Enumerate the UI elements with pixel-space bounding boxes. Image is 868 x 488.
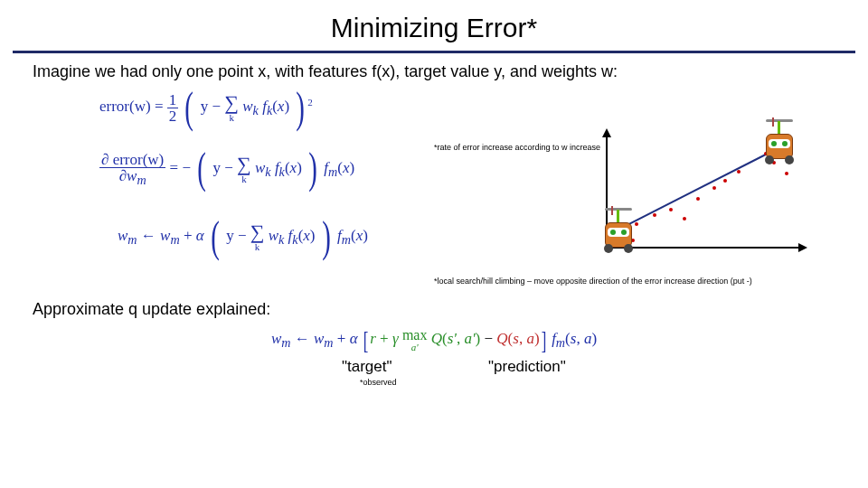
sum-sub-2: k bbox=[241, 174, 247, 184]
label-observed: *observed bbox=[360, 378, 397, 387]
q-Qsa: Q(s, a) bbox=[496, 330, 539, 347]
eq-y-1: y bbox=[201, 98, 209, 115]
data-point bbox=[653, 213, 656, 217]
q-max-sub: a' bbox=[411, 343, 419, 352]
robot-icon bbox=[760, 117, 799, 163]
eq-error: error(w) = 1 2 ( y − ∑k wk fk(x) )2 bbox=[99, 92, 313, 124]
q-plus: + bbox=[337, 330, 346, 347]
frac-top: 1 bbox=[167, 92, 179, 108]
q-equation-row: wm ← wm + α [r + γ maxa' Q(s', a') − Q(s… bbox=[0, 328, 868, 352]
q-wm-l: wm bbox=[271, 330, 291, 347]
q-minus: − bbox=[484, 330, 493, 347]
data-point bbox=[785, 172, 788, 175]
eq-wk-fk-3: wk fk(x) bbox=[269, 227, 316, 244]
eq-plus: + bbox=[184, 227, 193, 244]
data-point bbox=[669, 208, 673, 211]
label-prediction: "prediction" bbox=[488, 358, 566, 376]
q-wm-r: wm bbox=[314, 330, 334, 347]
eq-fm-1: fm(x) bbox=[324, 159, 354, 176]
eq-sq: 2 bbox=[307, 97, 313, 108]
q-fmsa: fm(s, a) bbox=[552, 330, 597, 347]
data-point bbox=[696, 197, 700, 201]
x-axis-arrow-icon bbox=[798, 243, 807, 252]
deriv-bot: ∂wm bbox=[118, 168, 148, 187]
frac-bot: 2 bbox=[167, 108, 179, 124]
q-max: maxa' bbox=[402, 328, 428, 352]
deriv-top: ∂ error(w) bbox=[99, 152, 165, 167]
note-rate: *rate of error increase according to w i… bbox=[434, 143, 600, 152]
eq-wk-fk-2: wk fk(x) bbox=[255, 159, 302, 176]
sum-sub-3: k bbox=[255, 242, 260, 252]
scatter-diagram bbox=[579, 134, 814, 278]
data-point bbox=[737, 170, 741, 174]
eq-y-3: y bbox=[226, 227, 234, 244]
eq-sum-3: ∑k bbox=[250, 222, 265, 252]
explained-text: Approximate q update explained: bbox=[33, 300, 868, 319]
eq-update: wm ← wm + α ( y − ∑k wk fk(x) ) fm(x) bbox=[118, 222, 368, 252]
q-arrow: ← bbox=[295, 330, 310, 347]
eq-arrow: ← bbox=[141, 227, 156, 244]
eq-error-lhs: error(w) bbox=[99, 98, 151, 115]
eq-eqsign-2: = bbox=[170, 159, 179, 176]
eq-fm-2: fm(x) bbox=[337, 227, 368, 244]
q-plus2: + bbox=[380, 330, 389, 347]
eq-minus-2: − bbox=[224, 159, 233, 176]
eq-deriv-frac: ∂ error(w) ∂wm bbox=[99, 152, 165, 187]
title-underline bbox=[13, 51, 855, 53]
q-Qsp: Q(s', a') bbox=[431, 330, 481, 347]
slide-title: Minimizing Error* bbox=[0, 0, 868, 51]
eq-derivative: ∂ error(w) ∂wm = − ( y − ∑k wk fk(x) ) f… bbox=[99, 152, 354, 187]
eq-minus-1: − bbox=[212, 98, 221, 115]
q-r: r bbox=[370, 330, 376, 347]
eq-y-2: y bbox=[212, 159, 221, 176]
eq-sum-1: ∑k bbox=[224, 93, 239, 123]
q-equation: wm ← wm + α [r + γ maxa' Q(s', a') − Q(s… bbox=[271, 330, 597, 347]
q-max-label: max bbox=[402, 328, 428, 343]
intro-text: Imagine we had only one point x, with fe… bbox=[33, 62, 868, 81]
label-target: "target" bbox=[342, 358, 392, 376]
eq-neg: − bbox=[182, 159, 191, 176]
eq-wm-rhs: wm bbox=[160, 227, 180, 244]
data-point bbox=[723, 179, 727, 183]
eq-error-half: 1 2 bbox=[167, 92, 179, 124]
eq-alpha: α bbox=[196, 227, 204, 244]
eq-minus-3: − bbox=[238, 227, 247, 244]
eq-eqsign: = bbox=[155, 98, 164, 115]
data-point bbox=[683, 217, 686, 221]
eq-sum-2: ∑k bbox=[237, 155, 251, 184]
y-axis-arrow-icon bbox=[602, 128, 611, 137]
data-point bbox=[712, 186, 716, 190]
eq-wk-fk-1: wk fk(x) bbox=[242, 98, 289, 115]
q-gamma: γ bbox=[392, 330, 399, 347]
eq-wm-lhs: wm bbox=[118, 227, 137, 244]
robot-icon bbox=[599, 206, 638, 251]
q-alpha: α bbox=[350, 330, 358, 347]
sum-sub-1: k bbox=[229, 113, 234, 123]
